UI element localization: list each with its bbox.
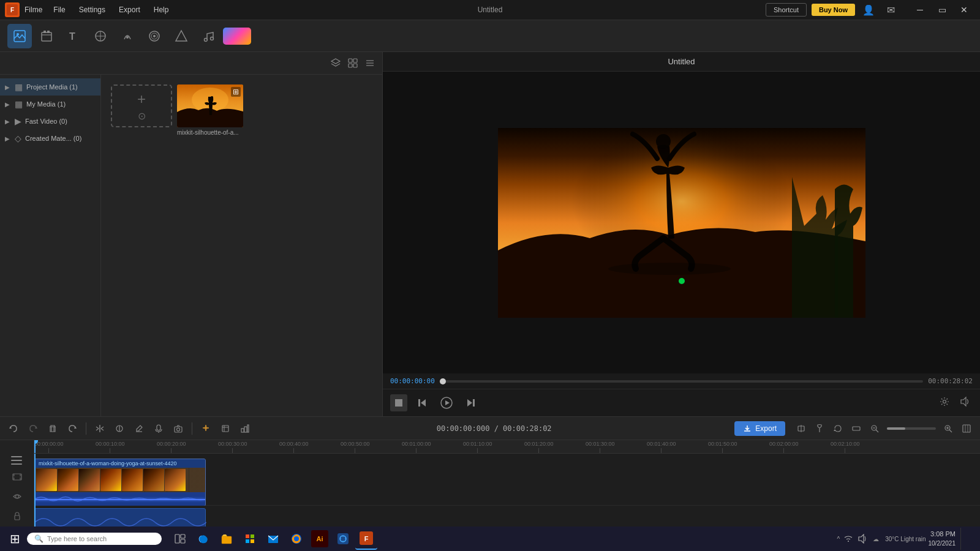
zoom-in-button[interactable] <box>940 420 957 437</box>
menu-settings[interactable]: Settings <box>73 3 111 17</box>
export-button[interactable]: Export <box>734 421 785 436</box>
hamburger-menu[interactable] <box>10 455 24 466</box>
media-tool-button[interactable] <box>7 24 32 48</box>
buy-now-button[interactable]: Buy Now <box>812 4 855 16</box>
svg-rect-6 <box>47 31 50 33</box>
media-sidebar-tree: ▶ ▦ Project Media (1) ▶ ▦ My Media (1) ▶… <box>0 75 101 416</box>
next-frame-button[interactable] <box>461 393 481 413</box>
bars-button[interactable] <box>236 420 254 437</box>
grid-view-icon[interactable] <box>345 56 360 70</box>
search-input[interactable] <box>47 535 145 542</box>
firefox-icon[interactable] <box>285 528 307 550</box>
loop-button[interactable] <box>829 420 846 437</box>
svg-rect-17 <box>353 59 357 62</box>
menu-export[interactable]: Export <box>113 3 146 17</box>
text-tool-button[interactable]: T <box>61 24 86 48</box>
lock-icon[interactable] <box>9 508 26 525</box>
total-time-display: 00:00:28:02 <box>928 377 973 385</box>
sidebar-item-fast-video[interactable]: ▶ ▶ Fast Video (0) <box>0 113 100 130</box>
svg-text:T: T <box>69 31 75 42</box>
date-display: 10/2/2021 <box>929 539 956 548</box>
svg-text:F: F <box>364 535 369 542</box>
project-tool-button[interactable] <box>34 24 59 48</box>
camera-button[interactable] <box>170 420 187 437</box>
explorer-icon[interactable] <box>216 528 238 550</box>
redo-button[interactable] <box>24 420 42 437</box>
svg-rect-87 <box>251 539 254 543</box>
sidebar-item-my-media[interactable]: ▶ ▦ My Media (1) <box>0 96 100 113</box>
film-frame <box>79 469 100 491</box>
volume-icon[interactable] <box>957 394 973 412</box>
scrubber-track[interactable] <box>440 380 923 383</box>
redo2-button[interactable] <box>64 420 81 437</box>
expand-tray-icon[interactable]: ^ <box>837 536 840 542</box>
menu-help[interactable]: Help <box>148 3 175 17</box>
playhead[interactable] <box>34 440 36 453</box>
svg-point-14 <box>205 38 208 41</box>
timeline-ruler: 00:00:00:00 00:00:10:00 00:00:20:00 00:0… <box>34 440 980 454</box>
task-view-button[interactable] <box>169 528 191 550</box>
stop-button[interactable] <box>390 394 407 411</box>
fit-button[interactable] <box>958 420 975 437</box>
transition-tool-button[interactable] <box>142 24 167 48</box>
media-content-area: + ⊙ <box>101 75 382 416</box>
edit-button[interactable] <box>130 420 148 437</box>
music-tool-button[interactable] <box>196 24 221 48</box>
snap-button[interactable] <box>793 420 810 437</box>
scrubber-thumb[interactable] <box>440 378 446 384</box>
freeze-button[interactable] <box>111 420 128 437</box>
illustrator-icon[interactable]: Ai <box>309 528 331 550</box>
svg-marker-59 <box>834 429 836 431</box>
filme-taskbar-icon[interactable]: F <box>355 528 377 550</box>
film-frame <box>36 469 57 491</box>
fast-video-icon: ▶ <box>15 116 21 126</box>
maximize-button[interactable]: ▭ <box>931 0 953 20</box>
split-button[interactable] <box>91 420 108 437</box>
layers-icon[interactable] <box>328 56 343 70</box>
gradient-tool-button[interactable] <box>223 28 251 45</box>
filter-tool-button[interactable] <box>169 24 194 48</box>
settings-icon[interactable] <box>937 394 952 411</box>
app-icon-1[interactable] <box>332 528 354 550</box>
magic-button[interactable] <box>197 420 214 437</box>
close-button[interactable]: ✕ <box>953 0 975 20</box>
timeline-tool-group <box>793 420 975 437</box>
play-button[interactable] <box>437 393 456 413</box>
zoom-slider[interactable] <box>887 427 936 430</box>
crop-button[interactable] <box>217 420 234 437</box>
shortcut-button[interactable]: Shortcut <box>766 3 807 17</box>
show-desktop-button[interactable] <box>960 528 975 550</box>
account-icon[interactable]: 👤 <box>860 1 877 18</box>
list-view-icon[interactable] <box>363 56 377 70</box>
start-button[interactable]: ⊞ <box>5 529 24 549</box>
film-frame <box>165 469 186 491</box>
current-time-display: 00:00:00:00 <box>390 377 435 385</box>
weather-display: 30°C Light rain <box>885 536 925 542</box>
eye-icon[interactable] <box>9 488 26 505</box>
media-item-mixkit[interactable]: ⊞ mixkit-silhouette-of-a... <box>177 84 243 136</box>
cut-button[interactable] <box>848 420 865 437</box>
delete-button[interactable] <box>44 420 61 437</box>
svg-point-37 <box>943 400 946 403</box>
sidebar-item-project-media[interactable]: ▶ ▦ Project Media (1) <box>0 78 100 96</box>
pin-button[interactable] <box>811 420 828 437</box>
svg-rect-80 <box>181 534 185 538</box>
mail-icon[interactable]: ✉ <box>882 1 899 18</box>
store-icon[interactable] <box>239 528 261 550</box>
mic-button[interactable] <box>150 420 167 437</box>
edge-browser-icon[interactable] <box>192 528 214 550</box>
prev-frame-button[interactable] <box>412 393 432 413</box>
svg-rect-16 <box>349 59 352 62</box>
sidebar-item-created-materials[interactable]: ▶ ◇ Created Mate... (0) <box>0 130 100 147</box>
menu-file[interactable]: File <box>47 3 71 17</box>
effect-tool-button[interactable] <box>115 24 140 48</box>
sticker-tool-button[interactable] <box>88 24 113 48</box>
search-box[interactable]: 🔍 <box>27 533 162 545</box>
minimize-button[interactable]: ─ <box>909 0 931 20</box>
undo-button[interactable] <box>5 420 22 437</box>
zoom-out-button[interactable] <box>866 420 883 437</box>
svg-point-52 <box>177 428 180 431</box>
mail-app-icon[interactable] <box>262 528 284 550</box>
video-clip[interactable]: mixkit-silhouette-of-a-woman-doing-yoga-… <box>34 459 206 506</box>
add-media-button[interactable]: + ⊙ <box>111 84 172 127</box>
